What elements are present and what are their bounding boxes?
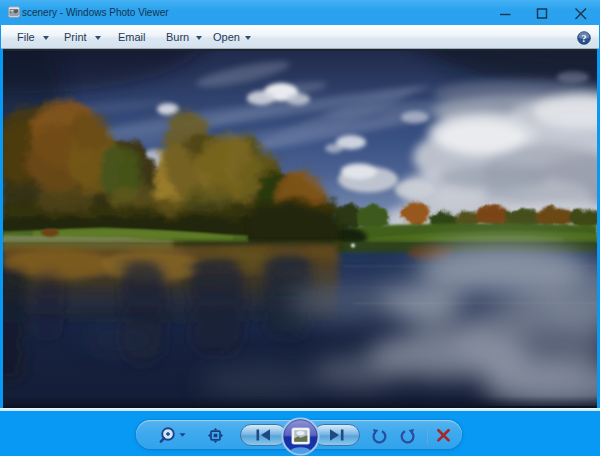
- svg-text:?: ?: [582, 33, 587, 44]
